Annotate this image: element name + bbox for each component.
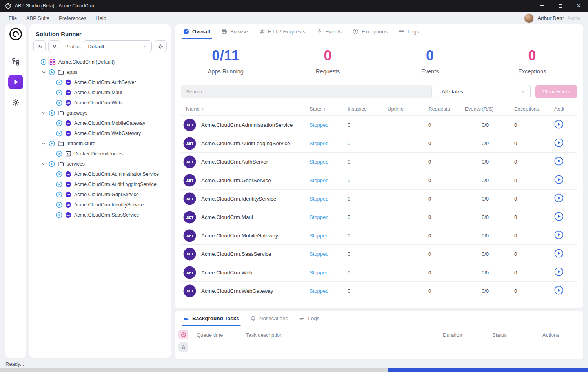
column-header-events-r-s[interactable]: Events (R/S) xyxy=(465,106,514,112)
app-name-cell: .NETAcme.CloudCrm.AdministrationService xyxy=(181,119,309,131)
tab-logs[interactable]: Logs xyxy=(393,24,424,39)
user-area: Arthur Dent Acme xyxy=(524,13,584,23)
tab-notifications[interactable]: Notifications xyxy=(245,311,294,326)
start-app-button[interactable] xyxy=(554,212,563,221)
tab-events[interactable]: Events xyxy=(311,24,347,39)
app-name-cell: .NETAcme.CloudCrm.Maui xyxy=(181,211,309,224)
actions-cell xyxy=(554,230,577,241)
exceptions-cell: 0 xyxy=(514,270,554,275)
solution-runner-button[interactable] xyxy=(8,75,23,89)
column-header-requests[interactable]: Requests xyxy=(428,106,465,112)
tree-item-acme-cloudcrm-authserver[interactable]: .NETAcme.CloudCrm.AuthServer xyxy=(29,77,171,88)
actions-cell xyxy=(554,120,577,130)
column-header-label: Exceptions xyxy=(514,106,539,112)
state-cell: Stopped xyxy=(309,177,348,183)
tab-label: HTTP Requests xyxy=(268,29,306,35)
tree-item-acme-cloudcrm-default[interactable]: Acme.CloudCrm (Default) xyxy=(29,57,171,67)
start-app-button[interactable] xyxy=(554,267,563,276)
folder-icon xyxy=(58,110,64,116)
events-cell: 0/0 xyxy=(465,159,514,165)
app-name: Acme.CloudCrm.GdprService xyxy=(201,177,271,183)
svg-text:.NET: .NET xyxy=(186,160,193,164)
solution-explorer-button[interactable] xyxy=(8,54,23,69)
start-app-button[interactable] xyxy=(554,286,563,295)
maximize-button[interactable] xyxy=(551,0,570,12)
tree-item-acme-cloudcrm-gdprservice[interactable]: .NETAcme.CloudCrm.GdprService xyxy=(29,190,171,200)
folder-icon xyxy=(58,161,64,167)
tab-background-tasks[interactable]: Background Tasks xyxy=(178,311,245,326)
dotnet-icon: .NET xyxy=(65,202,71,208)
dotnet-icon: .NET xyxy=(183,266,196,279)
tree-item-acme-cloudcrm-mobilegateway[interactable]: .NETAcme.CloudCrm.MobileGateway xyxy=(29,118,171,128)
menu-item-help[interactable]: Help xyxy=(91,15,111,21)
svg-text:.NET: .NET xyxy=(186,123,193,127)
tree-item-acme-cloudcrm-saasservice[interactable]: .NETAcme.CloudCrm.SaasService xyxy=(29,210,171,220)
column-header-exceptions[interactable]: Exceptions xyxy=(514,106,554,112)
stat-events: 0Events xyxy=(379,49,481,75)
column-header-state[interactable]: State↑ xyxy=(309,106,348,112)
sort-ascending-icon: ↑ xyxy=(323,106,326,112)
tree-item-acme-cloudcrm-webgateway[interactable]: .NETAcme.CloudCrm.WebGateway xyxy=(29,128,171,139)
tree-item-apps[interactable]: apps xyxy=(29,67,171,77)
start-app-button[interactable] xyxy=(554,157,563,166)
profile-select[interactable]: Default xyxy=(84,40,152,52)
dotnet-icon: .NET xyxy=(183,284,196,297)
tab-overall[interactable]: Overall xyxy=(178,24,216,39)
menu-item-preferences[interactable]: Preferences xyxy=(54,15,91,21)
tab-browse[interactable]: Browse xyxy=(216,24,253,39)
tab-http-requests[interactable]: HTTP Requests xyxy=(253,24,311,39)
status-text: Ready... xyxy=(5,361,24,367)
start-app-button[interactable] xyxy=(554,138,563,147)
bell-icon xyxy=(250,315,256,321)
column-header-instance[interactable]: Instance xyxy=(348,106,388,112)
folder-icon xyxy=(58,140,64,147)
tree-item-acme-cloudcrm-maui[interactable]: .NETAcme.CloudCrm.Maui xyxy=(29,88,171,98)
tree-item-acme-cloudcrm-web[interactable]: .NETAcme.CloudCrm.Web xyxy=(29,98,171,108)
explorer-icon xyxy=(12,58,20,66)
search-input[interactable] xyxy=(181,85,432,98)
column-header-uptime[interactable]: Uptime xyxy=(388,106,428,112)
app-name: Acme.CloudCrm.AdministrationService xyxy=(201,122,293,128)
instance-cell: 0 xyxy=(348,159,388,165)
tab-logs[interactable]: Logs xyxy=(293,311,325,326)
expand-all-button[interactable] xyxy=(48,40,60,52)
state-cell: Stopped xyxy=(309,122,348,128)
filter-row: All states Clear Filters xyxy=(175,75,583,98)
cancel-tasks-button[interactable] xyxy=(178,330,188,339)
events-cell: 0/0 xyxy=(465,196,514,202)
menu-item-file[interactable]: File xyxy=(4,15,22,21)
status-bar: Ready... xyxy=(5,361,24,367)
close-button[interactable]: × xyxy=(570,0,588,12)
tree-item-services[interactable]: services xyxy=(29,159,171,169)
app-logo-icon xyxy=(5,3,11,9)
clear-tasks-button[interactable] xyxy=(178,342,188,352)
instance-cell: 0 xyxy=(348,140,388,146)
tab-exceptions[interactable]: Exceptions xyxy=(347,24,393,39)
start-app-button[interactable] xyxy=(554,230,563,239)
start-app-button[interactable] xyxy=(554,193,563,202)
tree-item-acme-cloudcrm-administrationservice[interactable]: .NETAcme.CloudCrm.AdministrationService xyxy=(29,169,171,179)
tree-item-gateways[interactable]: gateways xyxy=(29,108,171,118)
state-filter-select[interactable]: All states xyxy=(437,85,531,98)
start-app-button[interactable] xyxy=(554,249,563,258)
start-app-button[interactable] xyxy=(554,175,563,184)
start-app-button[interactable] xyxy=(554,120,563,129)
tree-item-infrastructure[interactable]: infrastructure xyxy=(29,139,171,149)
main-panel: OverallBrowseHTTP RequestsEventsExceptio… xyxy=(175,24,583,308)
collapse-all-button[interactable] xyxy=(33,40,46,52)
profile-settings-button[interactable] xyxy=(155,40,167,52)
clear-filters-button[interactable]: Clear Filters xyxy=(535,85,577,98)
settings-button[interactable] xyxy=(8,95,23,110)
tree-item-acme-cloudcrm-auditloggingservice[interactable]: .NETAcme.CloudCrm.AuditLoggingService xyxy=(29,179,171,190)
double-chevron-up-icon xyxy=(37,44,42,49)
requests-cell: 0 xyxy=(428,251,465,257)
minimize-button[interactable] xyxy=(533,0,551,12)
column-header-name[interactable]: Name↑ xyxy=(181,106,309,112)
stat-exceptions: 0Exceptions xyxy=(481,49,584,75)
menu-item-abp-suite[interactable]: ABP Suite xyxy=(22,15,54,21)
app-name: Acme.CloudCrm.Web xyxy=(201,270,252,275)
column-header-actions[interactable]: Actions xyxy=(554,106,577,112)
avatar[interactable] xyxy=(524,13,534,23)
tree-item-docker-dependencies[interactable]: Docker-Dependencies xyxy=(29,149,171,159)
tree-item-acme-cloudcrm-identityservice[interactable]: .NETAcme.CloudCrm.IdentityService xyxy=(29,200,171,210)
